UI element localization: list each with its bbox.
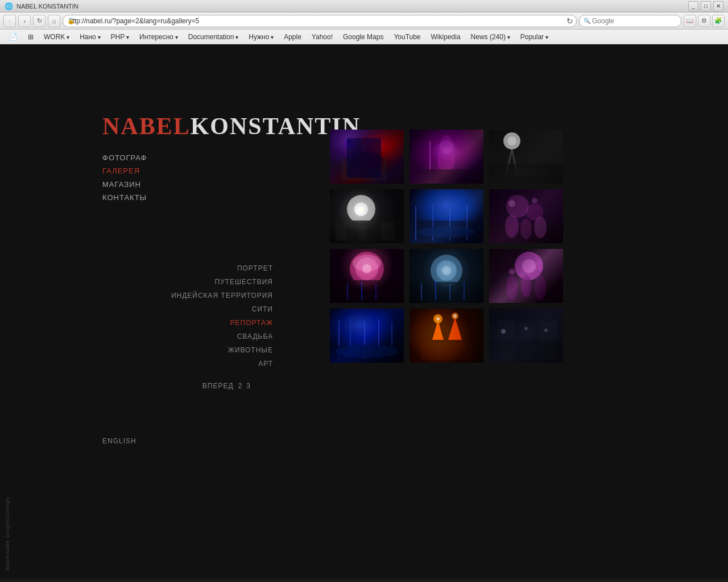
cat-animals[interactable]: ЖИВОТНЫЕ	[102, 343, 273, 357]
home-button[interactable]: ⌂	[48, 15, 60, 27]
svg-rect-29	[358, 226, 367, 240]
svg-rect-32	[410, 189, 483, 243]
svg-point-25	[354, 202, 368, 216]
nav-gallery[interactable]: ГАЛЕРЕЯ	[102, 164, 296, 177]
cat-travel[interactable]: ПУТЕШЕСТВИЯ	[102, 275, 273, 289]
gallery-thumb-1[interactable]	[330, 130, 404, 184]
gallery-thumb-4[interactable]	[330, 189, 404, 243]
pagination-page-2[interactable]: 2	[238, 382, 242, 390]
extensions-button[interactable]: 🧩	[712, 15, 725, 27]
gallery-thumb-12[interactable]	[489, 309, 563, 363]
gallery-thumb-8[interactable]	[410, 249, 483, 303]
bookmark-youtube[interactable]: YouTube	[389, 32, 425, 42]
url-refresh-icon[interactable]: ↻	[566, 16, 573, 26]
main-navigation: ФОТОГРАФ ГАЛЕРЕЯ МАГАЗИН КОНТАКТЫ	[102, 151, 296, 205]
bookmark-nuzhno[interactable]: Нужно	[244, 32, 278, 42]
back-button[interactable]: ‹	[3, 15, 16, 27]
url-input[interactable]	[63, 15, 577, 27]
cat-art[interactable]: АРТ	[102, 357, 273, 371]
tools-button[interactable]: ⚙	[698, 15, 710, 27]
nav-contacts[interactable]: КОНТАКТЫ	[102, 191, 296, 204]
gallery-thumb-3[interactable]	[489, 130, 563, 184]
minimize-button[interactable]: _	[688, 1, 698, 11]
svg-point-24	[347, 195, 375, 223]
svg-rect-94	[489, 326, 563, 363]
bookmark-news[interactable]: News (240)	[466, 32, 515, 42]
svg-point-26	[358, 206, 364, 212]
cat-city[interactable]: СИТИ	[102, 302, 273, 316]
svg-point-45	[534, 217, 547, 238]
svg-rect-81	[391, 322, 392, 360]
nav-magazine[interactable]: МАГАЗИН	[102, 178, 296, 191]
url-lock-icon: 🔒	[67, 17, 75, 24]
bookmark-popular[interactable]: Popular	[516, 32, 553, 42]
refresh-button[interactable]: ↻	[33, 15, 46, 27]
bookmark-yahoo[interactable]: Yahoo!	[307, 32, 337, 42]
svg-rect-91	[410, 343, 483, 363]
svg-rect-66	[489, 249, 563, 303]
language-english[interactable]: ENGLISH	[102, 437, 136, 445]
gallery-thumb-2[interactable]	[410, 130, 483, 184]
gallery-thumb-7[interactable]	[330, 249, 404, 303]
svg-rect-1	[330, 130, 404, 184]
svg-rect-84	[410, 309, 483, 363]
bookmarks-button[interactable]: 📖	[684, 15, 696, 27]
svg-rect-42	[489, 223, 563, 243]
gallery-thumb-10[interactable]	[330, 309, 404, 363]
svg-rect-33	[410, 221, 483, 243]
bookmark-apple[interactable]: Apple	[279, 32, 306, 42]
category-navigation: ПОРТРЕТ ПУТЕШЕСТВИЯ ИНДЕЙСКАЯ ТЕРРИТОРИЯ…	[102, 261, 296, 390]
svg-point-83	[336, 344, 398, 358]
svg-point-60	[442, 266, 451, 275]
svg-rect-11	[438, 144, 439, 175]
thumb-7-image	[330, 249, 404, 303]
svg-rect-48	[330, 249, 404, 303]
cat-portrait[interactable]: ПОРТРЕТ	[102, 261, 273, 275]
cat-wedding[interactable]: СВАДЬБА	[102, 330, 273, 343]
svg-line-19	[506, 149, 512, 175]
thumb-4-image	[330, 189, 404, 243]
svg-rect-69	[489, 280, 563, 303]
svg-point-58	[431, 255, 462, 286]
bookmark-php[interactable]: PHP	[106, 32, 134, 42]
bookmark-wikipedia[interactable]: Wikipedia	[427, 32, 465, 42]
window-controls: _ □ ✕	[688, 1, 723, 11]
svg-point-72	[535, 275, 546, 300]
svg-point-98	[501, 329, 506, 334]
nav-fotograf[interactable]: ФОТОГРАФ	[102, 151, 296, 164]
svg-rect-75	[330, 309, 404, 363]
bookmark-documentation[interactable]: Documentation	[184, 32, 243, 42]
svg-point-43	[505, 215, 519, 238]
svg-point-59	[436, 260, 457, 281]
svg-rect-96	[520, 323, 535, 360]
pagination: ВПЕРЕД 2 3	[102, 382, 273, 390]
bookmark-google-maps[interactable]: Google Maps	[338, 32, 388, 42]
maximize-button[interactable]: □	[701, 1, 711, 11]
search-input[interactable]	[579, 15, 681, 27]
svg-rect-8	[410, 130, 483, 184]
svg-point-38	[418, 226, 475, 238]
bookmark-nano[interactable]: Нано	[75, 32, 105, 42]
logo-nabel: NABEL	[102, 113, 191, 139]
svg-point-50	[355, 257, 378, 280]
svg-rect-22	[489, 164, 563, 184]
gallery-thumb-9[interactable]	[489, 249, 563, 303]
svg-point-51	[353, 255, 381, 272]
svg-rect-78	[350, 317, 351, 360]
svg-point-70	[506, 275, 518, 300]
pagination-page-3[interactable]: 3	[246, 382, 250, 390]
forward-button[interactable]: ›	[18, 15, 31, 27]
svg-rect-36	[449, 209, 450, 240]
cat-reportage[interactable]: РЕПОРТАЖ	[102, 316, 273, 330]
search-container: 🔍	[579, 15, 681, 27]
thumb-10-image	[330, 309, 404, 363]
gallery-thumb-6[interactable]	[489, 189, 563, 243]
bookmark-work[interactable]: WORK	[39, 32, 74, 42]
gallery-thumb-11[interactable]	[410, 309, 483, 363]
svg-rect-23	[330, 189, 404, 243]
close-button[interactable]: ✕	[713, 1, 723, 11]
bookmark-interesno[interactable]: Интересно	[135, 32, 183, 42]
gallery-thumb-5[interactable]	[410, 189, 483, 243]
cat-indian[interactable]: ИНДЕЙСКАЯ ТЕРРИТОРИЯ	[102, 289, 273, 302]
svg-point-89	[436, 317, 440, 321]
